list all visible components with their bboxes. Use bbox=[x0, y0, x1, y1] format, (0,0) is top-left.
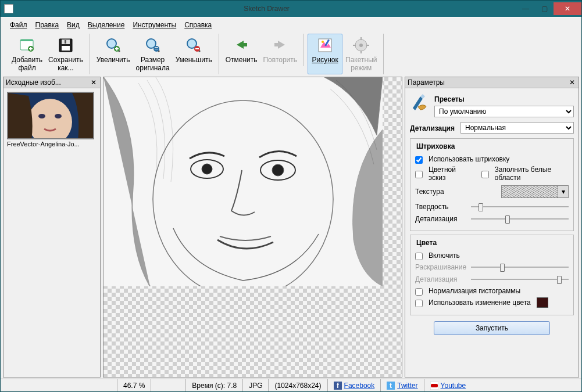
use-color-change-checkbox[interactable] bbox=[415, 300, 423, 307]
parameters-title: Параметры bbox=[408, 78, 568, 87]
chevron-down-icon[interactable]: ▾ bbox=[558, 186, 568, 197]
menu-file[interactable]: Файл bbox=[6, 20, 31, 30]
maximize-button[interactable]: ▢ bbox=[535, 2, 554, 15]
menu-edit[interactable]: Правка bbox=[32, 20, 63, 30]
add-file-icon bbox=[17, 35, 37, 55]
close-button[interactable]: ✕ bbox=[554, 2, 581, 15]
facebook-icon: f bbox=[334, 382, 342, 390]
statusbar: 46.7 % Время (с): 7.8 JPG (1024x768x24) … bbox=[1, 379, 581, 391]
batch-icon bbox=[351, 35, 371, 55]
batch-button: Пакетный режим bbox=[342, 34, 380, 74]
minimize-button[interactable]: — bbox=[516, 2, 535, 15]
hatch-detail-slider[interactable] bbox=[471, 214, 569, 224]
presets-icon bbox=[410, 92, 430, 112]
app-icon bbox=[4, 4, 13, 13]
status-time: Время (с): 7.8 bbox=[185, 379, 242, 391]
svg-rect-1 bbox=[20, 39, 33, 41]
svg-rect-5 bbox=[65, 40, 66, 44]
redo-icon bbox=[270, 35, 290, 55]
thumbnail[interactable] bbox=[7, 92, 94, 139]
thumbnail-caption: FreeVector-Angelina-Jo... bbox=[7, 141, 97, 148]
hatching-legend: Штриховка bbox=[414, 142, 457, 150]
svg-point-37 bbox=[272, 164, 284, 176]
colors-enable-checkbox[interactable] bbox=[415, 253, 423, 260]
svg-rect-32 bbox=[103, 77, 383, 286]
source-panel-title: Исходные изоб... bbox=[6, 78, 90, 87]
drawing-icon bbox=[315, 35, 335, 55]
youtube-icon bbox=[430, 382, 438, 390]
titlebar: Sketch Drawer — ▢ ✕ bbox=[1, 1, 581, 17]
status-dims: (1024x768x24) bbox=[268, 379, 327, 391]
window-title: Sketch Drawer bbox=[17, 5, 516, 13]
svg-text:t: t bbox=[390, 382, 392, 390]
svg-point-23 bbox=[359, 44, 363, 47]
toolbar: Добавить файл Сохранить как... Увеличить… bbox=[1, 33, 581, 77]
texture-label: Текстура bbox=[415, 188, 444, 196]
source-panel-close[interactable]: ✕ bbox=[90, 78, 98, 87]
color-swatch[interactable] bbox=[537, 297, 548, 308]
zoom-original-icon: = bbox=[143, 35, 163, 55]
redo-button: Повторить bbox=[260, 34, 300, 66]
save-as-button[interactable]: Сохранить как... bbox=[45, 34, 86, 74]
svg-rect-17 bbox=[242, 43, 247, 46]
svg-rect-18 bbox=[274, 43, 279, 46]
drawing-button[interactable]: Рисунок bbox=[308, 34, 342, 74]
menu-selection[interactable]: Выделение bbox=[84, 20, 128, 30]
menu-tools[interactable]: Инструменты bbox=[129, 20, 180, 30]
undo-button[interactable]: Отменить bbox=[223, 34, 260, 66]
sketch-preview bbox=[103, 77, 383, 286]
svg-point-20 bbox=[322, 41, 324, 43]
use-hatching-checkbox[interactable] bbox=[415, 156, 423, 164]
zoom-out-button[interactable]: Уменьшить bbox=[173, 34, 215, 74]
svg-point-30 bbox=[38, 114, 45, 118]
save-icon bbox=[56, 35, 76, 55]
menu-help[interactable]: Справка bbox=[181, 20, 215, 30]
detail-label: Детализация bbox=[410, 124, 455, 132]
colorize-slider bbox=[471, 262, 569, 272]
color-sketch-checkbox[interactable] bbox=[415, 171, 423, 178]
undo-icon bbox=[231, 35, 251, 55]
menu-view[interactable]: Вид bbox=[63, 20, 83, 30]
colors-legend: Цвета bbox=[414, 239, 439, 247]
youtube-link[interactable]: Youtube bbox=[430, 382, 466, 390]
hardness-slider[interactable] bbox=[471, 202, 569, 212]
detail-select[interactable]: Нормальная bbox=[460, 122, 574, 134]
run-button[interactable]: Запустить bbox=[434, 321, 550, 335]
status-format: JPG bbox=[242, 379, 268, 391]
svg-point-35 bbox=[202, 164, 212, 174]
twitter-icon: t bbox=[387, 382, 395, 390]
svg-rect-43 bbox=[431, 384, 438, 387]
zoom-original-button[interactable]: = Размер оригинала bbox=[133, 34, 173, 74]
parameters-close[interactable]: ✕ bbox=[568, 78, 576, 87]
canvas[interactable] bbox=[103, 77, 402, 377]
normalize-checkbox[interactable] bbox=[415, 288, 423, 296]
zoom-out-icon bbox=[184, 35, 203, 55]
zoom-in-button[interactable]: Увеличить bbox=[94, 34, 133, 74]
svg-rect-6 bbox=[62, 46, 70, 51]
presets-label: Пресеты bbox=[434, 95, 574, 103]
add-file-button[interactable]: Добавить файл bbox=[9, 34, 45, 74]
twitter-link[interactable]: tTwitter bbox=[387, 382, 417, 390]
zoom-in-icon bbox=[103, 35, 123, 55]
facebook-link[interactable]: fFacebook bbox=[334, 382, 375, 390]
fill-white-checkbox[interactable] bbox=[481, 171, 489, 178]
svg-text:=: = bbox=[154, 44, 158, 52]
menubar: Файл Правка Вид Выделение Инструменты Сп… bbox=[1, 17, 581, 33]
parameters-panel: Параметры ✕ Пресеты По умолчанию Детализ… bbox=[405, 77, 579, 377]
texture-picker[interactable]: ▾ bbox=[501, 185, 569, 198]
status-zoom: 46.7 % bbox=[117, 379, 151, 391]
svg-point-31 bbox=[55, 114, 62, 118]
preset-select[interactable]: По умолчанию bbox=[434, 106, 574, 117]
source-panel: Исходные изоб... ✕ FreeVector-Angelina-J… bbox=[3, 77, 101, 377]
texture-sample bbox=[502, 186, 558, 197]
colors-detail-slider bbox=[471, 274, 569, 285]
